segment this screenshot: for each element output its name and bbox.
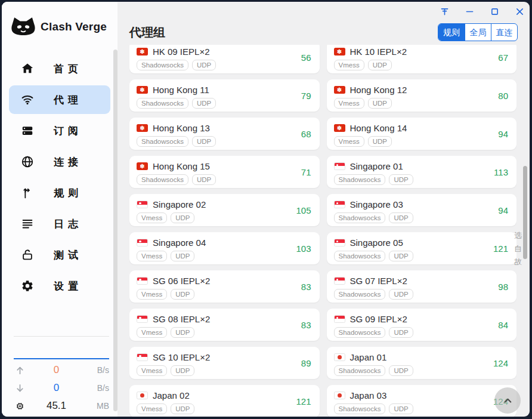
close-button[interactable] <box>514 5 525 17</box>
proxy-latency: 121 <box>493 244 508 254</box>
proxy-card[interactable]: Singapore 03 Shadowsocks UDP 94 <box>327 194 517 226</box>
main-scrollbar-thumb[interactable] <box>523 166 527 259</box>
proxy-name: Singapore 04 <box>153 238 206 248</box>
mode-rule-button[interactable]: 规则 <box>438 24 465 41</box>
sidebar-item-label: 日志 <box>54 217 82 231</box>
proxy-protocol-tag: Vmess <box>137 289 167 300</box>
proxy-card[interactable]: SG 07 IEPL×2 Shadowsocks UDP 98 <box>327 270 517 303</box>
proxy-protocol-tag: Shadowsocks <box>334 403 386 414</box>
proxy-tags: Shadowsocks UDP <box>137 136 313 147</box>
sidebar-item-test[interactable]: 测试 <box>9 241 110 269</box>
proxy-card-header: Singapore 01 <box>334 161 510 171</box>
proxy-tags: Vmess UDP <box>137 212 313 223</box>
proxy-udp-tag: UDP <box>171 403 194 414</box>
proxy-udp-tag: UDP <box>171 327 194 338</box>
proxy-card[interactable]: Japan 03 Shadowsocks UDP 124 <box>327 385 517 417</box>
arrow-up-icon <box>15 365 25 375</box>
proxy-protocol-tag: Vmess <box>137 327 167 338</box>
fork-icon <box>21 186 34 199</box>
flag-icon <box>137 277 148 285</box>
flag-icon <box>334 86 345 94</box>
proxy-card[interactable]: Hong Kong 11 Shadowsocks UDP 79 <box>129 79 320 112</box>
minimize-button[interactable] <box>463 5 475 17</box>
flag-icon <box>334 353 345 361</box>
proxy-protocol-tag: Shadowsocks <box>334 174 386 185</box>
proxy-card[interactable]: Japan 01 Shadowsocks UDP 124 <box>327 347 517 379</box>
proxy-card-header: Hong Kong 14 <box>334 123 510 133</box>
proxy-card-header: Hong Kong 12 <box>334 85 510 95</box>
proxy-card[interactable]: SG 10 IEPL×2 Vmess UDP 89 <box>129 347 320 379</box>
flag-icon <box>137 124 148 132</box>
proxy-card[interactable]: Singapore 04 Vmess UDP 103 <box>129 232 320 264</box>
sidebar-item-label: 规则 <box>54 186 82 200</box>
proxy-card[interactable]: HK 09 IEPL×2 Shadowsocks UDP 56 <box>129 45 320 73</box>
proxy-card[interactable]: Hong Kong 13 Shadowsocks UDP 68 <box>129 118 320 150</box>
proxy-name: SG 10 IEPL×2 <box>153 352 210 362</box>
proxy-udp-tag: UDP <box>389 365 413 376</box>
proxy-protocol-tag: Vmess <box>334 98 364 109</box>
proxy-latency: 80 <box>498 91 508 101</box>
flag-icon <box>137 353 148 361</box>
proxy-latency: 124 <box>493 358 508 368</box>
proxy-tags: Vmess UDP <box>137 327 313 338</box>
pin-button[interactable] <box>438 5 450 17</box>
proxy-list-viewport: HK 09 IEPL×2 Shadowsocks UDP 56 HK 10 IE… <box>129 45 516 417</box>
sidebar-item-settings[interactable]: 设置 <box>9 272 110 300</box>
proxy-latency: 71 <box>301 167 311 177</box>
app-name: Clash Verge <box>41 20 107 33</box>
download-stat: 0 B/s <box>2 379 117 397</box>
flag-icon <box>137 162 148 170</box>
proxy-card[interactable]: HK 10 IEPL×2 Vmess UDP 67 <box>327 45 517 73</box>
window-controls <box>438 5 525 17</box>
proxy-udp-tag: UDP <box>368 136 392 147</box>
sidebar-scrollbar[interactable] <box>113 50 117 411</box>
scroll-to-top-button[interactable] <box>494 387 521 414</box>
proxy-card[interactable]: Singapore 05 Shadowsocks UDP 121 <box>327 232 517 264</box>
proxy-card[interactable]: SG 08 IEPL×2 Vmess UDP 83 <box>129 309 320 341</box>
proxy-protocol-tag: Shadowsocks <box>137 98 188 109</box>
proxy-latency: 98 <box>498 282 508 292</box>
proxy-name: SG 06 IEPL×2 <box>153 276 210 286</box>
sidebar-item-logs[interactable]: 日志 <box>9 209 110 238</box>
group-jump-indicator[interactable]: 选 自 故 <box>514 229 522 269</box>
proxy-udp-tag: UDP <box>171 365 194 376</box>
proxy-grid: HK 09 IEPL×2 Shadowsocks UDP 56 HK 10 IE… <box>129 45 516 417</box>
proxy-card[interactable]: Japan 02 Vmess UDP 121 <box>129 385 320 417</box>
proxy-udp-tag: UDP <box>368 60 392 70</box>
proxy-latency: 83 <box>301 320 311 330</box>
proxy-card[interactable]: Singapore 02 Vmess UDP 105 <box>129 194 320 226</box>
sidebar-item-home[interactable]: 首页 <box>9 54 110 83</box>
proxy-tags: Shadowsocks UDP <box>334 289 510 300</box>
proxy-card-header: SG 08 IEPL×2 <box>137 314 313 324</box>
proxy-card[interactable]: Singapore 01 Shadowsocks UDP 113 <box>327 156 517 188</box>
proxy-name: Japan 03 <box>350 390 387 400</box>
proxy-card[interactable]: SG 06 IEPL×2 Vmess UDP 83 <box>129 270 320 303</box>
sidebar-item-rules[interactable]: 规则 <box>9 178 110 207</box>
proxy-name: Japan 02 <box>153 390 190 400</box>
proxy-card[interactable]: Hong Kong 15 Shadowsocks UDP 71 <box>129 156 320 188</box>
globe-icon <box>21 155 34 168</box>
mode-global-button[interactable]: 全局 <box>465 24 491 41</box>
sidebar-item-connections[interactable]: 连接 <box>9 147 110 176</box>
proxy-card[interactable]: Hong Kong 14 Vmess UDP 94 <box>327 118 517 150</box>
proxy-tags: Shadowsocks UDP <box>334 212 510 223</box>
proxy-udp-tag: UDP <box>389 327 413 338</box>
proxy-udp-tag: UDP <box>192 98 216 109</box>
sidebar: Clash Verge 首页 代理 <box>2 2 117 417</box>
proxy-udp-tag: UDP <box>389 403 413 414</box>
maximize-button[interactable] <box>488 5 500 17</box>
app-window: Clash Verge 首页 代理 <box>0 0 532 419</box>
proxy-card[interactable]: Hong Kong 12 Vmess UDP 80 <box>327 79 517 112</box>
mode-direct-button[interactable]: 直连 <box>491 24 517 41</box>
proxy-latency: 89 <box>301 358 311 368</box>
sidebar-item-proxy[interactable]: 代理 <box>9 85 110 114</box>
proxy-card[interactable]: SG 09 IEPL×2 Shadowsocks UDP 84 <box>327 309 517 341</box>
flag-icon <box>334 277 345 285</box>
proxy-card-header: HK 09 IEPL×2 <box>137 47 313 57</box>
proxy-card-header: SG 07 IEPL×2 <box>334 276 510 286</box>
sidebar-item-subscription[interactable]: 订阅 <box>9 116 110 145</box>
flag-icon <box>334 392 345 399</box>
proxy-card-header: Singapore 04 <box>137 238 313 248</box>
proxy-name: Singapore 02 <box>153 199 206 209</box>
wifi-icon <box>21 93 34 106</box>
